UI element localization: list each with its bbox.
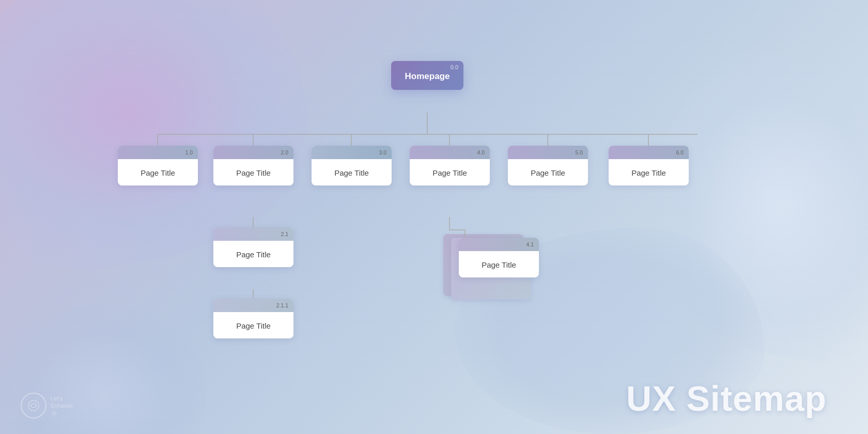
node-3-0-tab: 3.0 — [312, 146, 392, 159]
node-2-1-label: Page Title — [236, 250, 271, 259]
logo-text: Let's Enhance .io — [51, 395, 73, 417]
node-3-0-body: Page Title — [312, 159, 392, 185]
node-3-0-id: 3.0 — [379, 149, 386, 156]
node-4-0-id: 4.0 — [477, 149, 485, 156]
node-2-1-1-id: 2.1.1 — [276, 302, 288, 308]
node-2-1-tab: 2.1 — [213, 227, 293, 241]
logo: Let's Enhance .io — [21, 393, 73, 419]
node-4-1-label: Page Title — [482, 260, 516, 269]
node-4-1-id: 4.1 — [526, 241, 534, 247]
node-4-1-tab: 4.1 — [459, 238, 539, 251]
node-2-1-body: Page Title — [213, 241, 293, 267]
node-5-0[interactable]: 5.0 Page Title — [508, 146, 588, 185]
svg-point-13 — [28, 400, 39, 411]
node-5-0-id: 5.0 — [575, 149, 583, 156]
node-4-1[interactable]: 4.1 Page Title — [459, 238, 539, 277]
node-2-1-id: 2.1 — [281, 231, 288, 237]
node-6-0-body: Page Title — [609, 159, 689, 185]
node-1-0-tab: 1.0 — [118, 146, 198, 159]
node-2-0-body: Page Title — [213, 159, 293, 185]
node-2-0-tab: 2.0 — [213, 146, 293, 159]
node-4-0-label: Page Title — [432, 168, 467, 177]
node-4-0[interactable]: 4.0 Page Title — [410, 146, 490, 185]
main-content: 0.0 Homepage 1.0 Page Title 2.0 Page Tit… — [0, 0, 868, 434]
logo-circle — [21, 393, 47, 419]
node-2-1-1[interactable]: 2.1.1 Page Title — [213, 299, 293, 338]
node-6-0-tab: 6.0 — [609, 146, 689, 159]
node-2-0-id: 2.0 — [281, 149, 288, 156]
node-4-0-tab: 4.0 — [410, 146, 490, 159]
node-1-0-id: 1.0 — [185, 149, 193, 156]
node-2-0-label: Page Title — [236, 168, 271, 177]
node-6-0[interactable]: 6.0 Page Title — [609, 146, 689, 185]
node-5-0-label: Page Title — [531, 168, 565, 177]
sitemap-title: UX Sitemap — [626, 378, 827, 419]
node-1-0-label: Page Title — [141, 168, 175, 177]
node-2-1-1-label: Page Title — [236, 321, 271, 330]
node-4-0-body: Page Title — [410, 159, 490, 185]
node-4-1-body: Page Title — [459, 251, 539, 277]
node-homepage[interactable]: 0.0 Homepage — [391, 61, 463, 90]
node-homepage-id: 0.0 — [451, 64, 458, 70]
node-3-0-label: Page Title — [334, 168, 369, 177]
node-3-0[interactable]: 3.0 Page Title — [312, 146, 392, 185]
node-1-0[interactable]: 1.0 Page Title — [118, 146, 198, 185]
node-homepage-label: Homepage — [405, 71, 450, 81]
node-5-0-tab: 5.0 — [508, 146, 588, 159]
node-2-1[interactable]: 2.1 Page Title — [213, 227, 293, 267]
node-1-0-body: Page Title — [118, 159, 198, 185]
node-2-0[interactable]: 2.0 Page Title — [213, 146, 293, 185]
node-6-0-label: Page Title — [631, 168, 666, 177]
node-6-0-id: 6.0 — [676, 149, 684, 156]
node-2-1-1-tab: 2.1.1 — [213, 299, 293, 312]
node-2-1-1-body: Page Title — [213, 312, 293, 338]
node-5-0-body: Page Title — [508, 159, 588, 185]
